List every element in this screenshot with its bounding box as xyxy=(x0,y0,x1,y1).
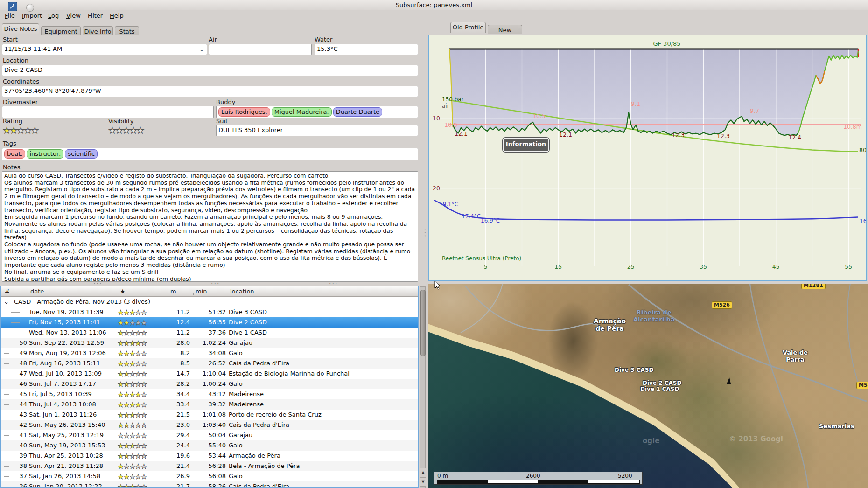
tags-label: Tags xyxy=(3,140,16,147)
dive-row[interactable]: 39Thu, Apr 25, 2013 10:28★★★★★19.653:44A… xyxy=(1,451,418,461)
dive-row[interactable]: Tue, Nov 19, 2013 11:39★★★★★11.251:32Div… xyxy=(1,307,418,317)
suit-input[interactable]: DUI TLS 350 Explorer xyxy=(216,125,418,136)
tags-input[interactable]: boat,instructor,scientific xyxy=(2,148,418,160)
dive-row[interactable]: Wed, Nov 13, 2013 11:06★★★★★11.237:36Div… xyxy=(1,328,418,338)
dive-computer-label: Reefnet Sensus Ultra (Preto) xyxy=(442,255,521,262)
column-header-m[interactable]: m xyxy=(168,288,176,295)
dive-row[interactable]: 44Thu, Jul 4, 2013 10:08★★★★★33.439:32Ma… xyxy=(1,399,418,410)
map-scalebar: 0 m 2600 5200 xyxy=(434,472,643,485)
rating-label: Rating xyxy=(3,118,22,125)
dive-number: 41 xyxy=(15,432,27,439)
dive-row[interactable]: 45Fri, Jul 5, 2013 10:39★★★★★34.443:12Ma… xyxy=(1,389,418,399)
tab-equipment[interactable]: Equipment xyxy=(41,26,81,35)
column-header-stars[interactable]: ★ xyxy=(118,288,126,295)
dive-location: Galo xyxy=(229,349,243,356)
dive-row[interactable]: 37Sat, Jan 26, 2013 14:58★★★★★26.956:08G… xyxy=(1,471,418,481)
buddy-chip[interactable]: Miguel Madureira, xyxy=(272,107,332,117)
trip-label: CASD - Armação de Pêra, Nov 2013 (3 dive… xyxy=(14,298,150,305)
air-temp-input[interactable] xyxy=(209,44,312,55)
max-depth-label: 12.3 xyxy=(672,132,685,139)
visibility-stars[interactable]: ★★★★★ xyxy=(108,125,143,135)
water-temp-input[interactable]: 15.3°C xyxy=(315,44,418,55)
trip-row[interactable]: ⌄–CASD - Armação de Pêra, Nov 2013 (3 di… xyxy=(1,297,418,307)
tab-dive-notes[interactable]: Dive Notes xyxy=(2,23,39,34)
star-icon[interactable]: ★ xyxy=(108,125,115,135)
notes-textarea[interactable]: Aula do curso CASD. Transectos c/video e… xyxy=(2,171,418,282)
notes-label: Notes xyxy=(3,164,21,171)
star-icon[interactable]: ★ xyxy=(17,125,24,135)
column-header-min[interactable]: min xyxy=(193,288,207,295)
dive-row[interactable]: 46Sun, Jul 7, 2013 17:17★★★★★28.21:00:24… xyxy=(1,379,418,389)
tag-chip[interactable]: scientific xyxy=(65,149,98,159)
scroll-down-button[interactable]: ▼ xyxy=(420,477,426,487)
dive-rating-stars: ★★★★★ xyxy=(118,390,147,399)
tab-new-profile[interactable]: New Profile xyxy=(488,25,522,34)
star-icon[interactable]: ★ xyxy=(31,125,38,135)
dive-row[interactable]: 47Wed, Jul 10, 2013 13:09★★★★★14.71:10:0… xyxy=(1,369,418,379)
scrollbar-thumb[interactable] xyxy=(420,290,426,356)
star-icon[interactable]: ★ xyxy=(129,125,136,135)
dive-row[interactable]: 42Sun, May 26, 2013 15:40★★★★★23.01:03:4… xyxy=(1,420,418,430)
menu-help[interactable]: Help xyxy=(109,12,125,21)
dive-location: Estação de Biologia Marinha do Funchal xyxy=(229,370,350,377)
star-icon[interactable]: ★ xyxy=(115,125,122,135)
dive-rating-stars: ★★★★★ xyxy=(118,421,147,430)
start-time-input[interactable]: 11/15/13 11:41 AM⌄ xyxy=(2,44,207,55)
dive-row[interactable]: 43Sat, Jun 1, 2013 11:26★★★★★21.51:01:08… xyxy=(1,410,418,420)
dropdown-chevron-icon[interactable]: ⌄ xyxy=(199,46,204,53)
menu-view[interactable]: View xyxy=(65,12,82,21)
dive-date: Thu, Jul 4, 2013 10:08 xyxy=(29,401,96,408)
expander-icon[interactable]: ⌄– xyxy=(4,298,12,305)
dive-rating-stars: ★★★★★ xyxy=(118,370,147,378)
tag-chip[interactable]: instructor, xyxy=(27,149,63,159)
dive-depth: 11.2 xyxy=(169,308,190,315)
dive-row[interactable]: 40Sun, May 19, 2013 15:53★★★★★24.455:40G… xyxy=(1,440,418,451)
location-input[interactable]: Dive 2 CASD xyxy=(2,65,418,76)
column-header-num[interactable]: # xyxy=(3,288,10,295)
star-icon[interactable]: ★ xyxy=(3,125,10,135)
dive-row[interactable]: Fri, Nov 15, 2013 11:41★★★★★12.456:35Div… xyxy=(1,317,418,328)
menu-log[interactable]: Log xyxy=(47,12,60,21)
road-badge: M526 xyxy=(856,382,868,389)
dive-depth: 8.5 xyxy=(169,360,190,367)
buddy-chip[interactable]: Duarte Duarte xyxy=(333,107,382,117)
dive-rating-stars: ★★★★★ xyxy=(118,401,147,409)
mouse-cursor xyxy=(434,281,441,290)
divemaster-input[interactable] xyxy=(2,106,214,118)
scroll-up-button[interactable]: ▲ xyxy=(420,468,426,477)
tab-dive-info[interactable]: Dive Info xyxy=(83,26,113,35)
dive-row[interactable]: 48Fri, Aug 16, 2013 15:11★★★★★8.526:52Ca… xyxy=(1,358,418,369)
dive-row[interactable]: 38Sun, Apr 21, 2013 11:28★★★★★21.456:28B… xyxy=(1,461,418,471)
dive-list[interactable]: #date★mminlocation⌄–CASD - Armação de Pê… xyxy=(0,286,419,488)
dive-location-map[interactable]: Armaçãode PêraRibeira deAlcantarilhaVale… xyxy=(428,284,868,488)
tab-stats[interactable]: Stats xyxy=(115,26,139,35)
time-axis-tick: 25 xyxy=(627,263,635,270)
menu-file[interactable]: File xyxy=(4,12,16,21)
menu-import[interactable]: Import xyxy=(21,12,43,21)
tab-old-profile[interactable]: Old Profile xyxy=(450,22,486,33)
column-header-location[interactable]: location xyxy=(228,288,254,295)
dive-number: 42 xyxy=(15,421,27,428)
star-icon[interactable]: ★ xyxy=(122,125,129,135)
star-icon[interactable]: ★ xyxy=(24,125,31,135)
dive-rating-stars: ★★★★★ xyxy=(118,319,147,327)
information-tooltip[interactable]: Information xyxy=(503,138,549,152)
dive-row[interactable]: 41Sat, May 25, 2013 12:19★★★★★29.450:04G… xyxy=(1,430,418,440)
column-header-date[interactable]: date xyxy=(28,288,44,295)
menu-filter[interactable]: Filter xyxy=(87,12,104,21)
tag-chip[interactable]: boat, xyxy=(4,149,25,159)
buddy-input[interactable]: Luís Rodrigues,Miguel Madureira,Duarte D… xyxy=(216,106,418,118)
dive-row[interactable]: 50Sun, Sep 22, 2013 12:59★★★★★28.01:02:2… xyxy=(1,338,418,348)
coordinates-input[interactable]: 37°05'23.460"N 8°20'47.879"W xyxy=(2,86,418,97)
star-icon[interactable]: ★ xyxy=(10,125,17,135)
dive-list-scrollbar[interactable]: ▲ ▼ xyxy=(420,286,426,488)
buddy-chip[interactable]: Luís Rodrigues, xyxy=(218,107,270,117)
start-pressure-label: 150 bar xyxy=(442,96,464,103)
star-icon[interactable]: ★ xyxy=(136,125,143,135)
rating-stars[interactable]: ★★★★★ xyxy=(3,125,38,135)
list-header[interactable]: #date★mminlocation xyxy=(1,286,418,297)
dive-row[interactable]: 49Mon, Aug 19, 2013 12:06★★★★★8.234:08Ga… xyxy=(1,348,418,358)
dive-row[interactable]: 36Sun, Jan 20, 2013 12:33★★★★★21.758:36C… xyxy=(1,481,418,488)
dive-duration: 56:35 xyxy=(192,319,226,326)
divemaster-label: Divemaster xyxy=(3,98,38,105)
